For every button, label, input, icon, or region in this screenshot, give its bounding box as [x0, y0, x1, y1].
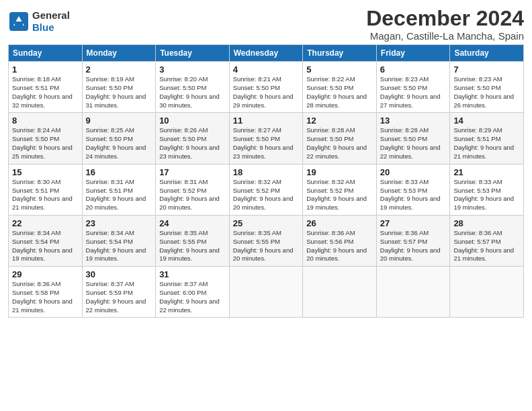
col-monday: Monday — [82, 45, 156, 62]
logo: General Blue — [8, 9, 70, 34]
calendar-cell-w4-d2: 23Sunrise: 8:34 AM Sunset: 5:54 PM Dayli… — [82, 215, 156, 266]
calendar-cell-w3-d6: 20Sunrise: 8:33 AM Sunset: 5:53 PM Dayli… — [376, 164, 450, 215]
day-number: 15 — [12, 167, 79, 177]
day-info: Sunrise: 8:23 AM Sunset: 5:50 PM Dayligh… — [453, 75, 520, 109]
calendar-cell-w1-d3: 3Sunrise: 8:20 AM Sunset: 5:50 PM Daylig… — [156, 62, 230, 113]
day-number: 9 — [86, 116, 152, 126]
calendar-cell-w3-d4: 18Sunrise: 8:32 AM Sunset: 5:52 PM Dayli… — [229, 164, 303, 215]
day-info: Sunrise: 8:30 AM Sunset: 5:51 PM Dayligh… — [12, 178, 79, 212]
day-info: Sunrise: 8:34 AM Sunset: 5:54 PM Dayligh… — [12, 229, 79, 263]
calendar-cell-w1-d1: 1Sunrise: 8:18 AM Sunset: 5:51 PM Daylig… — [9, 62, 83, 113]
day-number: 14 — [453, 116, 520, 126]
day-info: Sunrise: 8:28 AM Sunset: 5:50 PM Dayligh… — [306, 126, 373, 161]
day-number: 29 — [12, 269, 79, 279]
day-number: 5 — [306, 64, 373, 75]
day-number: 27 — [380, 218, 447, 228]
day-number: 30 — [86, 269, 152, 279]
day-number: 2 — [86, 64, 152, 75]
col-saturday: Saturday — [450, 45, 524, 62]
calendar-table: Sunday Monday Tuesday Wednesday Thursday… — [8, 44, 524, 318]
day-info: Sunrise: 8:36 AM Sunset: 5:57 PM Dayligh… — [453, 229, 520, 263]
calendar-cell-w1-d6: 6Sunrise: 8:23 AM Sunset: 5:50 PM Daylig… — [376, 62, 450, 113]
calendar-cell-w2-d2: 9Sunrise: 8:25 AM Sunset: 5:50 PM Daylig… — [82, 113, 156, 164]
logo-blue: Blue — [32, 21, 54, 33]
calendar-cell-w5-d5 — [303, 267, 377, 318]
logo-icon — [8, 11, 30, 32]
day-number: 1 — [12, 64, 79, 75]
day-number: 26 — [306, 218, 373, 228]
day-number: 10 — [159, 116, 226, 126]
day-number: 7 — [453, 64, 520, 75]
day-number: 12 — [306, 116, 373, 126]
day-info: Sunrise: 8:35 AM Sunset: 5:55 PM Dayligh… — [233, 229, 300, 263]
col-sunday: Sunday — [9, 45, 83, 62]
logo-text: General Blue — [32, 9, 70, 34]
day-number: 24 — [159, 218, 226, 228]
day-number: 20 — [380, 167, 447, 177]
day-info: Sunrise: 8:18 AM Sunset: 5:51 PM Dayligh… — [12, 75, 79, 109]
calendar-cell-w4-d7: 28Sunrise: 8:36 AM Sunset: 5:57 PM Dayli… — [450, 215, 524, 266]
day-number: 19 — [306, 167, 373, 177]
calendar-cell-w2-d3: 10Sunrise: 8:26 AM Sunset: 5:50 PM Dayli… — [156, 113, 230, 164]
day-number: 6 — [380, 64, 447, 75]
calendar-cell-w1-d5: 5Sunrise: 8:22 AM Sunset: 5:50 PM Daylig… — [303, 62, 377, 113]
calendar-cell-w2-d5: 12Sunrise: 8:28 AM Sunset: 5:50 PM Dayli… — [303, 113, 377, 164]
day-info: Sunrise: 8:28 AM Sunset: 5:50 PM Dayligh… — [380, 126, 447, 161]
calendar-cell-w5-d1: 29Sunrise: 8:36 AM Sunset: 5:58 PM Dayli… — [9, 267, 83, 318]
calendar-cell-w1-d4: 4Sunrise: 8:21 AM Sunset: 5:50 PM Daylig… — [229, 62, 303, 113]
calendar-header-row: Sunday Monday Tuesday Wednesday Thursday… — [9, 45, 524, 62]
title-block: December 2024 Magan, Castille-La Mancha,… — [366, 7, 524, 42]
day-info: Sunrise: 8:25 AM Sunset: 5:50 PM Dayligh… — [86, 126, 152, 161]
calendar-cell-w1-d7: 7Sunrise: 8:23 AM Sunset: 5:50 PM Daylig… — [450, 62, 524, 113]
day-info: Sunrise: 8:32 AM Sunset: 5:52 PM Dayligh… — [233, 178, 300, 212]
calendar-cell-w3-d1: 15Sunrise: 8:30 AM Sunset: 5:51 PM Dayli… — [9, 164, 83, 215]
day-info: Sunrise: 8:21 AM Sunset: 5:50 PM Dayligh… — [233, 75, 300, 109]
calendar-cell-w4-d5: 26Sunrise: 8:36 AM Sunset: 5:56 PM Dayli… — [303, 215, 377, 266]
day-info: Sunrise: 8:31 AM Sunset: 5:52 PM Dayligh… — [159, 178, 226, 212]
calendar-week-3: 15Sunrise: 8:30 AM Sunset: 5:51 PM Dayli… — [9, 164, 524, 215]
day-number: 13 — [380, 116, 447, 126]
day-number: 3 — [159, 64, 226, 75]
day-number: 11 — [233, 116, 300, 126]
day-number: 31 — [159, 269, 226, 279]
day-number: 21 — [453, 167, 520, 177]
calendar-cell-w5-d4 — [229, 267, 303, 318]
calendar-week-4: 22Sunrise: 8:34 AM Sunset: 5:54 PM Dayli… — [9, 215, 524, 266]
calendar-week-1: 1Sunrise: 8:18 AM Sunset: 5:51 PM Daylig… — [9, 62, 524, 113]
day-info: Sunrise: 8:29 AM Sunset: 5:51 PM Dayligh… — [453, 126, 520, 161]
calendar-cell-w3-d2: 16Sunrise: 8:31 AM Sunset: 5:51 PM Dayli… — [82, 164, 156, 215]
day-number: 4 — [233, 64, 300, 75]
day-info: Sunrise: 8:36 AM Sunset: 5:58 PM Dayligh… — [12, 280, 79, 314]
day-number: 18 — [233, 167, 300, 177]
calendar-cell-w3-d3: 17Sunrise: 8:31 AM Sunset: 5:52 PM Dayli… — [156, 164, 230, 215]
day-info: Sunrise: 8:27 AM Sunset: 5:50 PM Dayligh… — [233, 126, 300, 161]
day-number: 22 — [12, 218, 79, 228]
day-info: Sunrise: 8:19 AM Sunset: 5:50 PM Dayligh… — [86, 75, 152, 109]
calendar-week-2: 8Sunrise: 8:24 AM Sunset: 5:50 PM Daylig… — [9, 113, 524, 164]
col-wednesday: Wednesday — [229, 45, 303, 62]
calendar-cell-w4-d6: 27Sunrise: 8:36 AM Sunset: 5:57 PM Dayli… — [376, 215, 450, 266]
calendar-week-5: 29Sunrise: 8:36 AM Sunset: 5:58 PM Dayli… — [9, 267, 524, 318]
logo-general: General — [32, 9, 70, 21]
day-info: Sunrise: 8:26 AM Sunset: 5:50 PM Dayligh… — [159, 126, 226, 161]
subtitle: Magan, Castille-La Mancha, Spain — [366, 30, 524, 42]
day-number: 16 — [86, 167, 152, 177]
header: General Blue December 2024 Magan, Castil… — [8, 7, 524, 42]
calendar-cell-w3-d5: 19Sunrise: 8:32 AM Sunset: 5:52 PM Dayli… — [303, 164, 377, 215]
day-number: 17 — [159, 167, 226, 177]
day-number: 8 — [12, 116, 79, 126]
day-number: 28 — [453, 218, 520, 228]
day-info: Sunrise: 8:20 AM Sunset: 5:50 PM Dayligh… — [159, 75, 226, 109]
calendar-cell-w4-d1: 22Sunrise: 8:34 AM Sunset: 5:54 PM Dayli… — [9, 215, 83, 266]
calendar-cell-w5-d7 — [450, 267, 524, 318]
col-friday: Friday — [376, 45, 450, 62]
calendar-cell-w2-d6: 13Sunrise: 8:28 AM Sunset: 5:50 PM Dayli… — [376, 113, 450, 164]
main-container: General Blue December 2024 Magan, Castil… — [0, 0, 532, 324]
calendar-cell-w2-d7: 14Sunrise: 8:29 AM Sunset: 5:51 PM Dayli… — [450, 113, 524, 164]
calendar-cell-w4-d4: 25Sunrise: 8:35 AM Sunset: 5:55 PM Dayli… — [229, 215, 303, 266]
day-info: Sunrise: 8:37 AM Sunset: 5:59 PM Dayligh… — [86, 280, 152, 314]
day-info: Sunrise: 8:37 AM Sunset: 6:00 PM Dayligh… — [159, 280, 226, 314]
day-number: 25 — [233, 218, 300, 228]
day-info: Sunrise: 8:35 AM Sunset: 5:55 PM Dayligh… — [159, 229, 226, 263]
calendar-cell-w2-d4: 11Sunrise: 8:27 AM Sunset: 5:50 PM Dayli… — [229, 113, 303, 164]
